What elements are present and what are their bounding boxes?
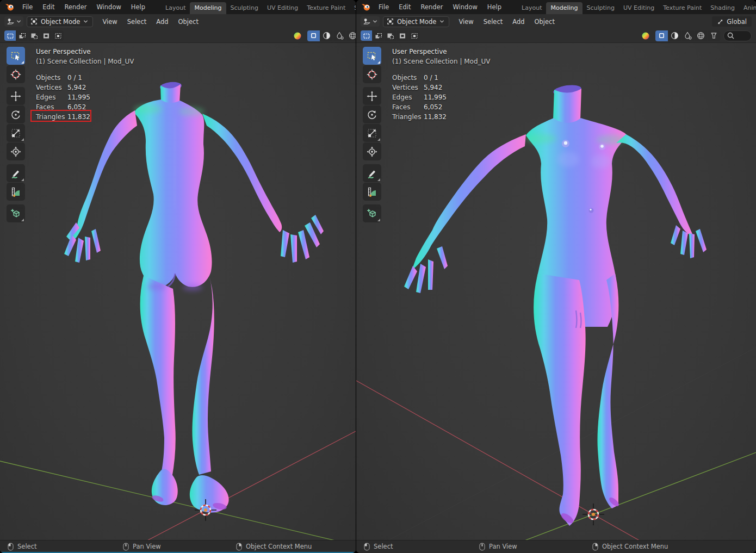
- tool-shelf: [7, 47, 25, 226]
- select-mode-set[interactable]: [4, 30, 16, 41]
- tab-animation[interactable]: Animation: [739, 2, 756, 14]
- tool-transform[interactable]: [7, 142, 25, 160]
- tool-move[interactable]: [7, 87, 25, 105]
- hint-pan-view: Pan View: [479, 540, 517, 552]
- matcap-ball-icon[interactable]: [291, 30, 304, 41]
- mode-selector[interactable]: Object Mode: [383, 16, 449, 27]
- body-model-back[interactable]: [64, 81, 324, 513]
- blender-logo-icon[interactable]: [4, 2, 15, 13]
- tool-add-cube[interactable]: [7, 204, 25, 222]
- menu-file[interactable]: File: [17, 0, 38, 14]
- menu-render[interactable]: Render: [60, 0, 92, 14]
- shading-rendered-icon[interactable]: [681, 30, 694, 41]
- menu-add[interactable]: Add: [507, 18, 529, 26]
- menu-help[interactable]: Help: [126, 0, 150, 14]
- tool-select-box[interactable]: [363, 47, 381, 65]
- select-mode-extend[interactable]: [373, 30, 384, 41]
- blender-logo-icon[interactable]: [361, 2, 371, 13]
- shading-globe-icon[interactable]: [346, 30, 356, 41]
- tool-cursor[interactable]: [363, 65, 381, 83]
- viewport-header: Object Mode View Select Add Object: [0, 14, 356, 43]
- tab-modeling[interactable]: Modeling: [190, 2, 226, 14]
- shading-material-icon[interactable]: [668, 30, 681, 41]
- matcap-ball-icon[interactable]: [639, 30, 652, 41]
- tab-sculpting[interactable]: Sculpting: [226, 2, 263, 14]
- hint-select: Select: [8, 540, 36, 552]
- select-mode-group: [4, 30, 64, 41]
- tab-texture-paint[interactable]: Texture Paint: [302, 2, 350, 14]
- menu-object[interactable]: Object: [530, 18, 560, 26]
- menu-view[interactable]: View: [454, 18, 478, 26]
- shading-globe-icon[interactable]: [695, 30, 707, 41]
- tab-shading[interactable]: Shading: [350, 2, 356, 14]
- tool-scale[interactable]: [7, 124, 25, 142]
- shading-material-icon[interactable]: [320, 30, 333, 41]
- tool-shelf: [363, 47, 381, 226]
- body-model-front[interactable]: [404, 83, 707, 526]
- tab-uv-editing[interactable]: UV Editing: [619, 2, 659, 14]
- tool-annotate[interactable]: [363, 164, 381, 182]
- tool-annotate[interactable]: [7, 164, 25, 182]
- editor-type-button[interactable]: [361, 16, 380, 27]
- select-mode-invert[interactable]: [396, 30, 408, 41]
- stat-faces: Faces6,052: [392, 102, 491, 112]
- tool-rotate[interactable]: [363, 105, 381, 123]
- menu-edit[interactable]: Edit: [394, 0, 416, 14]
- select-mode-set[interactable]: [361, 30, 372, 41]
- menu-render[interactable]: Render: [416, 0, 448, 14]
- hint-pan-view: Pan View: [123, 540, 161, 552]
- tool-add-cube[interactable]: [363, 204, 381, 222]
- menu-file[interactable]: File: [374, 0, 394, 14]
- chevron-down-icon: [439, 20, 444, 23]
- select-mode-subtract[interactable]: [28, 30, 40, 41]
- menu-select[interactable]: Select: [479, 18, 507, 26]
- mouse-left-icon: [364, 543, 370, 551]
- select-mode-invert[interactable]: [40, 30, 52, 41]
- statusbar: Select Pan View Object Context Menu: [356, 540, 756, 553]
- menu-select[interactable]: Select: [122, 18, 151, 26]
- shading-rendered-icon[interactable]: [333, 30, 346, 41]
- mode-selector[interactable]: Object Mode: [27, 16, 93, 27]
- compositor-icon[interactable]: [708, 30, 720, 41]
- select-mode-extend[interactable]: [16, 30, 28, 41]
- menu-add[interactable]: Add: [151, 18, 173, 26]
- select-mode-subtract[interactable]: [385, 30, 396, 41]
- tab-uv-editing[interactable]: UV Editing: [263, 2, 302, 14]
- tool-measure[interactable]: [7, 183, 25, 201]
- tab-shading[interactable]: Shading: [706, 2, 739, 14]
- tool-measure[interactable]: [363, 183, 381, 201]
- tab-layout[interactable]: Layout: [517, 2, 546, 14]
- tab-layout[interactable]: Layout: [161, 2, 190, 14]
- tool-cursor[interactable]: [7, 65, 25, 83]
- tool-select-box[interactable]: [7, 47, 25, 65]
- shading-mode-group: [307, 30, 356, 41]
- stat-faces: Faces6,052: [36, 102, 134, 112]
- viewport-3d[interactable]: User Perspective (1) Scene Collection | …: [356, 43, 756, 540]
- mouse-left-icon: [8, 543, 14, 551]
- menu-edit[interactable]: Edit: [38, 0, 59, 14]
- menu-window[interactable]: Window: [448, 0, 482, 14]
- viewport-3d[interactable]: User Perspective (1) Scene Collection | …: [0, 43, 356, 540]
- viewport-stats-overlay: User Perspective (1) Scene Collection | …: [36, 47, 134, 122]
- tool-rotate[interactable]: [7, 105, 25, 123]
- search-input[interactable]: [723, 30, 752, 41]
- tool-move[interactable]: [363, 87, 381, 105]
- tab-modeling[interactable]: Modeling: [546, 2, 582, 14]
- tool-transform[interactable]: [363, 142, 381, 160]
- mouse-middle-icon: [123, 543, 129, 551]
- tool-scale[interactable]: [363, 124, 381, 142]
- select-mode-intersect[interactable]: [52, 30, 64, 41]
- select-mode-intersect[interactable]: [408, 30, 420, 41]
- menu-window[interactable]: Window: [91, 0, 126, 14]
- editor-type-button[interactable]: [4, 16, 23, 27]
- xray-toggle-icon[interactable]: [655, 30, 668, 41]
- tab-sculpting[interactable]: Sculpting: [583, 2, 619, 14]
- xray-toggle-icon[interactable]: [307, 30, 320, 41]
- hint-context-menu: Object Context Menu: [236, 540, 312, 552]
- hint-select: Select: [364, 540, 393, 552]
- transform-orientation-selector[interactable]: Global: [712, 16, 752, 27]
- tab-texture-paint[interactable]: Texture Paint: [659, 2, 706, 14]
- menu-view[interactable]: View: [97, 18, 122, 26]
- menu-object[interactable]: Object: [173, 18, 203, 26]
- menu-help[interactable]: Help: [482, 0, 506, 14]
